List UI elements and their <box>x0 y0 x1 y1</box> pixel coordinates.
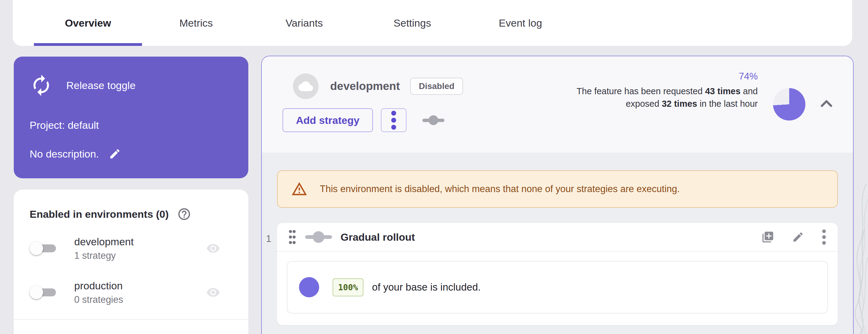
edit-strategy-icon[interactable] <box>792 231 804 243</box>
tab-metrics-label: Metrics <box>179 17 213 29</box>
cloud-icon <box>299 79 313 93</box>
edit-description-icon[interactable] <box>109 148 121 160</box>
tab-event-log-label: Event log <box>499 17 542 29</box>
drag-handle-icon[interactable] <box>289 229 296 245</box>
add-strategy-button[interactable]: Add strategy <box>282 108 373 132</box>
feature-type-card: Release toggle Project: default No descr… <box>14 57 248 178</box>
tab-settings[interactable]: Settings <box>358 0 466 46</box>
tab-variants-label: Variants <box>285 17 323 29</box>
status-badge: Disabled <box>410 78 463 95</box>
tab-overview[interactable]: Overview <box>34 0 142 46</box>
release-toggle-icon <box>30 74 53 97</box>
environment-disabled-alert: This environment is disabled, which mean… <box>277 170 838 208</box>
environment-row-development: development 1 strategy <box>30 235 232 261</box>
copy-strategy-icon[interactable] <box>762 231 774 244</box>
tab-variants[interactable]: Variants <box>250 0 358 46</box>
rollout-summary-card: 100% of your base is included. <box>287 261 828 313</box>
collapse-accordion-button[interactable] <box>819 98 834 109</box>
tab-overview-label: Overview <box>65 17 111 29</box>
environment-more-actions-button[interactable] <box>381 108 406 132</box>
feature-type-label: Release toggle <box>66 80 135 91</box>
active-tab-indicator <box>34 43 142 46</box>
environment-strategy-count: 0 strategies <box>74 294 206 305</box>
development-toggle[interactable] <box>30 241 63 256</box>
strategy-item-gradual-rollout: Gradual rollout <box>277 223 838 325</box>
feature-type-header: Release toggle <box>30 74 232 97</box>
strategy-slider-icon <box>422 114 445 126</box>
environment-accordion-body: This environment is disabled, which mean… <box>262 152 853 325</box>
enabled-environments-card: Enabled in environments (0) development … <box>14 190 248 334</box>
environment-avatar <box>293 74 318 99</box>
tab-list: Overview Metrics Variants Settings Event… <box>13 0 852 46</box>
rollout-description: of your base is included. <box>372 281 481 293</box>
strategy-item-header: Gradual rollout <box>277 223 838 252</box>
description-label: No description. <box>30 148 99 160</box>
environment-accordion-header: development Disabled Add strategy <box>262 56 853 152</box>
environment-name: production <box>74 280 206 292</box>
card-divider <box>14 319 248 319</box>
production-toggle[interactable] <box>30 285 63 300</box>
project-label: Project: default <box>30 119 232 131</box>
help-icon[interactable] <box>177 207 191 221</box>
tab-metrics[interactable]: Metrics <box>142 0 250 46</box>
rollout-percentage-badge: 100% <box>333 278 364 296</box>
rollout-percentage-circle <box>299 277 319 297</box>
strategy-title: Gradual rollout <box>341 231 415 243</box>
environment-panel-name: development <box>330 80 400 93</box>
metrics-pie-chart <box>773 88 805 120</box>
environment-name: development <box>74 235 206 248</box>
feature-tab-bar: Overview Metrics Variants Settings Event… <box>13 0 852 46</box>
environment-accordion-development: development Disabled Add strategy <box>261 56 854 334</box>
strategy-more-actions-icon[interactable] <box>822 229 826 245</box>
tab-settings-label: Settings <box>394 17 431 29</box>
strategy-index: 1 <box>266 233 271 244</box>
warning-text: This environment is disabled, which mean… <box>320 184 680 195</box>
tab-event-log[interactable]: Event log <box>466 0 575 46</box>
background-texture-decoration <box>854 180 868 334</box>
metrics-summary-text: The feature has been requested 43 times … <box>568 85 758 110</box>
visibility-icon[interactable] <box>206 241 220 255</box>
warning-icon <box>291 181 308 197</box>
rollout-strategy-icon <box>305 230 333 244</box>
visibility-icon[interactable] <box>206 285 220 300</box>
environment-row-production: production 0 strategies <box>30 280 232 305</box>
metrics-percentage: 74% <box>568 71 758 82</box>
kebab-icon <box>391 110 397 130</box>
environment-strategy-count: 1 strategy <box>74 250 206 261</box>
metrics-summary-block: 74% The feature has been requested 43 ti… <box>568 71 758 110</box>
enabled-environments-title: Enabled in environments (0) <box>30 208 168 220</box>
